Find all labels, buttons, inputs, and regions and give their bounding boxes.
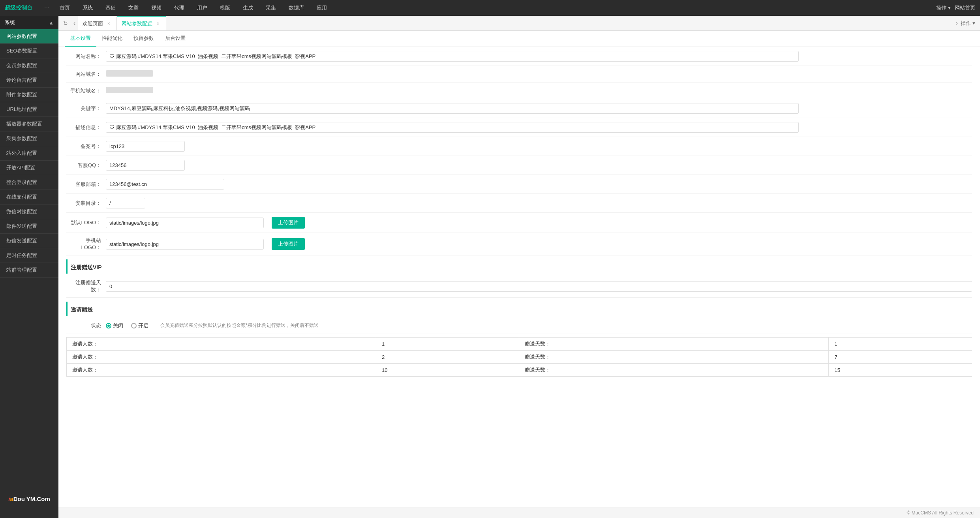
- radio-open[interactable]: 开启: [131, 322, 148, 329]
- nav-app[interactable]: 应用: [314, 3, 329, 13]
- sub-tab-reserved[interactable]: 预留参数: [128, 31, 160, 47]
- label-keywords: 关键字：: [66, 105, 106, 112]
- nav-basic[interactable]: 基础: [103, 3, 118, 13]
- input-install-dir[interactable]: [106, 198, 145, 208]
- label-icp: 备案号：: [66, 143, 106, 150]
- label-invite-status: 状态: [66, 322, 106, 329]
- sidebar-item-wechat-config[interactable]: 微信对接配置: [0, 205, 58, 219]
- sidebar-item-api-config[interactable]: 开放API配置: [0, 161, 58, 175]
- input-email[interactable]: [106, 179, 224, 190]
- invite-section-header: 邀请赠送: [66, 302, 972, 316]
- nav-user[interactable]: 用户: [195, 3, 210, 13]
- form-row-domain: 网站域名：: [66, 66, 972, 83]
- tab-website-config-label: 网站参数配置: [122, 20, 152, 27]
- table-row: 邀请人数： 1 赠送天数： 1: [67, 338, 972, 351]
- nav-system[interactable]: 系统: [80, 3, 95, 13]
- nav-generate[interactable]: 生成: [240, 3, 255, 13]
- sidebar-watermark: iaDou YM.Com: [0, 495, 58, 502]
- invite-label-2: 邀请人数：: [67, 351, 376, 364]
- tab-website-config-close[interactable]: ×: [155, 21, 161, 27]
- vip-section-title: 注册赠送VIP: [71, 264, 102, 270]
- input-mobile-logo[interactable]: [106, 239, 264, 250]
- top-nav: 超级控制台 ··· 首页 系统 基础 文章 视频 代理 用户 模版 生成 采集 …: [0, 0, 980, 16]
- nav-right: 操作 ▾ 网站首页: [936, 4, 975, 11]
- ops-dropdown[interactable]: 操作 ▾: [936, 4, 951, 11]
- sidebar-item-comment-config[interactable]: 评论留言配置: [0, 73, 58, 88]
- sidebar-item-payment-config[interactable]: 在线支付配置: [0, 190, 58, 205]
- main-content: 基本设置 性能优化 预留参数 后台设置 网站名称： 网站域名： 手机站域名：: [58, 31, 980, 518]
- input-description[interactable]: [106, 122, 799, 133]
- nav-agent[interactable]: 代理: [172, 3, 187, 13]
- sidebar-item-login-config[interactable]: 整合登录配置: [0, 175, 58, 190]
- sidebar-item-collect-config[interactable]: 采集参数配置: [0, 131, 58, 146]
- sidebar-item-attach-config[interactable]: 附件参数配置: [0, 88, 58, 102]
- tab-bar: ↻ ‹ 欢迎页面 × 网站参数配置 × › 操作 ▾: [58, 16, 980, 31]
- radio-close-label: 关闭: [113, 322, 123, 329]
- tab-bar-ops[interactable]: 操作 ▾: [961, 20, 975, 27]
- form-row-email: 客服邮箱：: [66, 175, 972, 194]
- input-logo[interactable]: [106, 218, 264, 228]
- invite-section-title: 邀请赠送: [71, 306, 93, 313]
- form-row-mobile-domain: 手机站域名：: [66, 83, 972, 99]
- sidebar-item-member-config[interactable]: 会员参数配置: [0, 58, 58, 73]
- nav-template[interactable]: 模版: [218, 3, 233, 13]
- sidebar-item-group-config[interactable]: 站群管理配置: [0, 263, 58, 278]
- nav-home[interactable]: 首页: [57, 3, 72, 13]
- upload-logo-button[interactable]: 上传图片: [272, 217, 305, 229]
- sidebar: 系统 ▲ 网站参数配置 SEO参数配置 会员参数配置 评论留言配置 附件参数配置…: [0, 16, 58, 518]
- input-site-name[interactable]: [106, 51, 799, 62]
- input-qq[interactable]: [106, 160, 185, 171]
- sub-tab-basic[interactable]: 基本设置: [65, 31, 96, 47]
- refresh-button[interactable]: ↻: [60, 16, 71, 30]
- input-keywords[interactable]: [106, 103, 799, 114]
- sidebar-item-seo-config[interactable]: SEO参数配置: [0, 44, 58, 58]
- value-description: [106, 122, 972, 133]
- tab-prev-button[interactable]: ‹: [71, 16, 78, 30]
- radio-open-circle: [131, 323, 137, 328]
- sidebar-item-sms-config[interactable]: 短信发送配置: [0, 234, 58, 248]
- gift-value-2: 7: [829, 351, 972, 364]
- sub-tab-performance[interactable]: 性能优化: [96, 31, 128, 47]
- sidebar-item-website-config[interactable]: 网站参数配置: [0, 29, 58, 44]
- sidebar-item-task-config[interactable]: 定时任务配置: [0, 248, 58, 263]
- form-row-vip-days: 注册赠送天数：: [66, 275, 972, 298]
- tab-welcome[interactable]: 欢迎页面 ×: [78, 16, 117, 30]
- form-row-install-dir: 安装目录：: [66, 194, 972, 213]
- table-row: 邀请人数： 2 赠送天数： 7: [67, 351, 972, 364]
- sidebar-item-email-config[interactable]: 邮件发送配置: [0, 219, 58, 234]
- upload-mobile-logo-button[interactable]: 上传图片: [272, 238, 305, 250]
- label-mobile-logo: 手机站LOGO：: [66, 237, 106, 251]
- sidebar-collapse-icon[interactable]: ▲: [49, 20, 54, 26]
- brand-logo[interactable]: 超级控制台: [5, 4, 32, 11]
- nav-database[interactable]: 数据库: [286, 3, 306, 13]
- nav-video[interactable]: 视频: [149, 3, 164, 13]
- sidebar-header: 系统 ▲: [0, 16, 58, 29]
- input-vip-days[interactable]: [106, 281, 972, 292]
- radio-close[interactable]: 关闭: [106, 322, 123, 329]
- sidebar-item-external-config[interactable]: 站外入库配置: [0, 146, 58, 161]
- more-dots[interactable]: ···: [44, 4, 49, 11]
- tab-welcome-close[interactable]: ×: [105, 21, 112, 27]
- label-vip-days: 注册赠送天数：: [66, 279, 106, 293]
- input-icp[interactable]: [106, 141, 185, 152]
- sub-tab-backend[interactable]: 后台设置: [160, 31, 191, 47]
- nav-article[interactable]: 文章: [126, 3, 141, 13]
- value-qq: [106, 160, 972, 171]
- form-row-icp: 备案号：: [66, 137, 972, 156]
- tab-website-config[interactable]: 网站参数配置 ×: [117, 16, 166, 30]
- tab-bar-right-chevron[interactable]: ›: [956, 20, 957, 26]
- nav-collect[interactable]: 采集: [263, 3, 278, 13]
- nav-site-link[interactable]: 网站首页: [955, 4, 975, 11]
- vip-section-header: 注册赠送VIP: [66, 259, 972, 274]
- tab-welcome-label: 欢迎页面: [83, 20, 103, 27]
- value-logo: 上传图片: [106, 217, 972, 229]
- sidebar-item-url-config[interactable]: URL地址配置: [0, 102, 58, 117]
- blurred-domain: [106, 70, 153, 77]
- value-icp: [106, 141, 972, 152]
- sidebar-item-player-config[interactable]: 播放器参数配置: [0, 117, 58, 131]
- form-row-mobile-logo: 手机站LOGO： 上传图片: [66, 233, 972, 255]
- value-mobile-domain: [106, 87, 972, 94]
- gift-label-3: 赠送天数：: [519, 364, 829, 377]
- gift-label-2: 赠送天数：: [519, 351, 829, 364]
- value-keywords: [106, 103, 972, 114]
